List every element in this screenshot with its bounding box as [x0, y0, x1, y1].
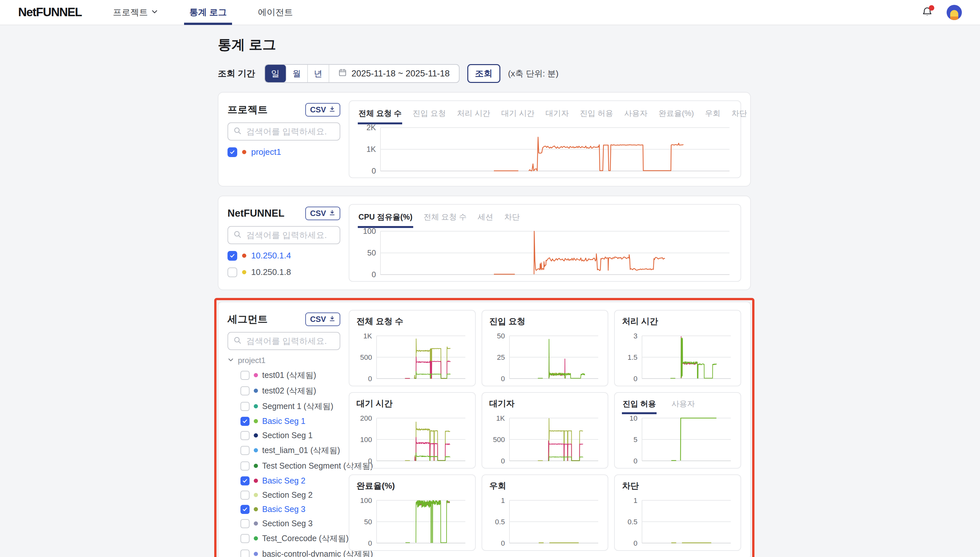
- checkbox[interactable]: [227, 251, 237, 261]
- query-filter-row: 조회 기간 일 월 년 2025-11-18 ~ 2025-11-18 조회 (…: [218, 64, 751, 83]
- chart-tab[interactable]: 대기 시간: [501, 106, 536, 124]
- list-item[interactable]: Basic Seg 1: [240, 417, 340, 426]
- chart-tab[interactable]: 처리 시간: [456, 106, 491, 124]
- list-item[interactable]: Test_Corecode (삭제됨): [240, 533, 340, 544]
- item-label[interactable]: Section Seg 2: [262, 490, 313, 500]
- checkbox[interactable]: [240, 371, 250, 380]
- checkbox[interactable]: [240, 490, 250, 500]
- period-month-button[interactable]: 월: [286, 65, 308, 82]
- project-search-input[interactable]: [246, 126, 335, 137]
- list-item[interactable]: Basic Seg 3: [240, 505, 340, 514]
- checkbox[interactable]: [240, 431, 250, 440]
- list-item[interactable]: 10.250.1.4: [227, 251, 340, 261]
- item-label[interactable]: Segment 1 (삭제됨): [262, 401, 333, 412]
- list-item[interactable]: Section Seg 3: [240, 519, 340, 528]
- project-chart-tabs: 전체 요청 수진입 요청처리 시간대기 시간대기자진입 허용사용자완료율(%)우…: [358, 106, 732, 124]
- query-button[interactable]: 조회: [467, 64, 500, 83]
- chart-tab[interactable]: 차단: [504, 209, 521, 228]
- svg-text:500: 500: [360, 353, 372, 362]
- list-item[interactable]: test01 (삭제됨): [240, 370, 340, 381]
- checkbox[interactable]: [240, 461, 250, 471]
- chart-tab[interactable]: 완료율(%): [658, 106, 694, 124]
- list-item[interactable]: test_liam_01 (삭제됨): [240, 445, 340, 456]
- segment-search-input[interactable]: [246, 336, 335, 347]
- checkbox[interactable]: [240, 446, 250, 455]
- entry-allowed-tabs: 진입 허용사용자: [622, 398, 733, 414]
- netfunnel-search-input[interactable]: [246, 230, 335, 241]
- period-label: 조회 기간: [218, 68, 255, 79]
- chart-tab[interactable]: 사용자: [624, 106, 648, 124]
- item-label[interactable]: Section Seg 3: [262, 519, 313, 528]
- svg-text:0: 0: [501, 457, 505, 463]
- period-year-button[interactable]: 년: [308, 65, 329, 82]
- chevron-down-icon: [151, 7, 158, 18]
- list-item[interactable]: project1: [227, 147, 340, 157]
- nav-item-stats-log[interactable]: 통계 로그: [189, 0, 227, 25]
- nav-item-agent[interactable]: 에이전트: [258, 0, 293, 25]
- checkbox[interactable]: [227, 267, 237, 277]
- nav-item-projects[interactable]: 프로젝트: [113, 0, 158, 25]
- download-icon: [329, 105, 335, 114]
- checkbox[interactable]: [240, 519, 250, 528]
- chart-tab[interactable]: CPU 점유율(%): [358, 209, 413, 228]
- list-item[interactable]: 10.250.1.8: [227, 267, 340, 277]
- item-label[interactable]: Section Seg 1: [262, 431, 313, 440]
- project-panel-title: 프로젝트: [227, 103, 268, 117]
- project-left-column: 프로젝트 CSV project1: [227, 100, 340, 178]
- chart-tab[interactable]: 사용자: [671, 398, 696, 414]
- notification-bell-icon[interactable]: [921, 6, 934, 19]
- project-csv-download-button[interactable]: CSV: [305, 103, 340, 117]
- svg-text:3: 3: [634, 332, 637, 340]
- list-item[interactable]: Segment 1 (삭제됨): [240, 401, 340, 412]
- svg-text:500: 500: [493, 436, 505, 444]
- checkbox[interactable]: [240, 402, 250, 411]
- item-label[interactable]: Basic Seg 2: [262, 476, 305, 485]
- list-item[interactable]: Section Seg 2: [240, 490, 340, 500]
- segment-csv-download-button[interactable]: CSV: [305, 313, 340, 326]
- period-day-button[interactable]: 일: [265, 65, 286, 82]
- item-label[interactable]: test_liam_01 (삭제됨): [262, 445, 340, 456]
- item-label[interactable]: Basic Seg 1: [262, 417, 305, 426]
- checkbox[interactable]: [240, 505, 250, 514]
- date-range-picker[interactable]: 2025-11-18 ~ 2025-11-18: [329, 65, 459, 82]
- checkbox[interactable]: [240, 476, 250, 485]
- tree-node-project1[interactable]: project1: [227, 356, 340, 365]
- list-item[interactable]: test02 (삭제됨): [240, 385, 340, 396]
- checkbox[interactable]: [227, 147, 237, 157]
- list-item[interactable]: basic-control-dynamic (삭제됨): [240, 549, 340, 557]
- chart-tab[interactable]: 전체 요청 수: [423, 209, 467, 228]
- svg-text:25: 25: [497, 353, 505, 362]
- series-color-dot: [254, 552, 258, 556]
- svg-text:0: 0: [501, 375, 505, 381]
- project-panel: 프로젝트 CSV project1 전체 요청 수진입 요청처리 시간대기 시간…: [218, 92, 751, 187]
- list-item[interactable]: Section Seg 1: [240, 431, 340, 440]
- item-label[interactable]: Test_Corecode (삭제됨): [262, 533, 349, 544]
- checkbox[interactable]: [240, 550, 250, 557]
- chart-tab[interactable]: 진입 허용: [622, 398, 657, 414]
- chart-tab[interactable]: 대기자: [545, 106, 569, 124]
- list-item[interactable]: Basic Seg 2: [240, 476, 340, 485]
- series-color-dot: [254, 464, 258, 468]
- chart-tab[interactable]: 차단: [731, 106, 748, 124]
- item-label[interactable]: 10.250.1.8: [251, 267, 291, 277]
- svg-text:1K: 1K: [496, 415, 505, 422]
- list-item[interactable]: Test Section Segment (삭제됨): [240, 461, 340, 471]
- svg-text:10: 10: [630, 415, 637, 422]
- item-label[interactable]: project1: [251, 147, 281, 157]
- item-label[interactable]: Basic Seg 3: [262, 505, 305, 514]
- app-logo: NetFUNNEL: [18, 5, 82, 19]
- item-label[interactable]: 10.250.1.4: [251, 251, 291, 261]
- chart-tab[interactable]: 진입 요청: [412, 106, 447, 124]
- item-label[interactable]: test02 (삭제됨): [262, 385, 316, 396]
- chart-tab[interactable]: 세션: [477, 209, 494, 228]
- netfunnel-csv-download-button[interactable]: CSV: [305, 207, 340, 220]
- chart-tab[interactable]: 우회: [704, 106, 721, 124]
- chart-tab[interactable]: 전체 요청 수: [358, 106, 402, 124]
- item-label[interactable]: test01 (삭제됨): [262, 370, 316, 381]
- avatar[interactable]: [947, 5, 962, 20]
- chart-tab[interactable]: 진입 허용: [579, 106, 614, 124]
- checkbox[interactable]: [240, 386, 250, 396]
- svg-text:1: 1: [501, 497, 505, 505]
- checkbox[interactable]: [240, 417, 250, 426]
- checkbox[interactable]: [240, 534, 250, 543]
